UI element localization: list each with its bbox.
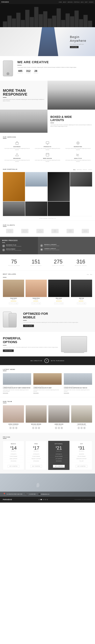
seller-2-wish[interactable]: ♡ <box>35 302 37 304</box>
sellers-prev[interactable]: Prev <box>87 274 89 275</box>
seller-1-cart[interactable]: + <box>9 302 11 304</box>
montage-bar <box>52 16 56 27</box>
options-cta-button[interactable]: READ MORE <box>3 350 14 352</box>
filter-design[interactable]: DESIGN <box>77 169 82 170</box>
linkedin-icon[interactable]: in <box>15 427 17 429</box>
services-title: OUR SERVICES <box>3 136 92 138</box>
seller-4-cart[interactable]: + <box>77 302 80 304</box>
boxed-section: BOXED & WIDE LAYOUTS Lorem ipsum dolor s… <box>0 110 95 133</box>
pricing-optional-cta[interactable]: GET STARTED <box>53 465 65 468</box>
hero-text: Begin Anywhere Your passion will guide y… <box>70 35 86 48</box>
portfolio-item-6[interactable] <box>25 202 47 216</box>
team-name-1: SARAH JOHNSON <box>3 424 24 425</box>
portfolio-item-7[interactable] <box>48 202 70 216</box>
nav-home[interactable]: HOME <box>59 2 62 2</box>
portfolio-item-1[interactable] <box>3 172 25 201</box>
portfolio-item-2[interactable] <box>25 172 47 186</box>
map-overlay: 📍 123 CREATIVE STREET, NEW YORK 📞 +1 234… <box>0 492 95 497</box>
facebook-icon[interactable]: f <box>12 427 14 429</box>
stat-clients-num: 312 <box>26 70 31 72</box>
process-step-1-text: BUSINESS PLAN Lorem ipsum dolor sit amet… <box>6 244 21 247</box>
seller-4-price: $95.00 <box>71 299 92 300</box>
seller-1-name: Casual Jacket <box>3 298 24 299</box>
nav-links: HOME ABOUT SERVICES PORTFOLIO BLOG SHOP … <box>59 2 94 2</box>
video-sublabel: WITH PARABOO <box>51 360 64 362</box>
hero-line2: Anywhere <box>70 39 86 43</box>
responsive-left: MORE THAN RESPONSIVE Lorem ipsum dolor s… <box>0 81 47 110</box>
clients-logos <box>3 229 92 233</box>
facebook-icon[interactable]: f <box>58 427 60 429</box>
portfolio-item-5[interactable] <box>3 202 25 216</box>
nav-blog[interactable]: BLOG <box>81 2 84 2</box>
svg-point-5 <box>78 142 78 144</box>
pricing-basic-price: $14 <box>4 446 23 450</box>
linkedin-icon[interactable]: in <box>83 427 86 429</box>
pricing-vip-price: $31 <box>72 446 91 450</box>
filter-all[interactable]: ALL <box>73 169 76 170</box>
counter-clients-label: HAPPY CLIENTS <box>30 265 42 266</box>
portfolio-item-3[interactable] <box>48 172 70 201</box>
twitter-icon[interactable]: t <box>32 427 34 429</box>
news-title-3: CONSECTETUR ADIPISCING ELIT SED DO <box>64 387 92 389</box>
play-button[interactable] <box>44 358 49 363</box>
pricing-vip-cta[interactable]: GET STARTED <box>76 465 88 468</box>
portfolio-item-4[interactable] <box>70 172 92 186</box>
linkedin-icon[interactable]: in <box>61 427 63 429</box>
development-icon <box>2 248 5 252</box>
filter-photo[interactable]: PHOTO <box>83 169 87 170</box>
hero-cta-button[interactable]: EXPLORE <box>70 46 79 48</box>
mobile-cta-button[interactable]: READ MORE <box>23 324 34 327</box>
page-dot-3[interactable] <box>43 499 44 500</box>
twitter-icon[interactable]: t <box>9 427 12 429</box>
counter-hours-label: WORKING HOURS <box>75 265 87 266</box>
options-text: POWERFUL OPTIONS Lorem ipsum dolor sit a… <box>3 336 58 352</box>
page-dot-1[interactable] <box>39 499 40 500</box>
seller-3-view[interactable]: ⊙ <box>61 302 63 304</box>
creative-stats: 485 PROJECTS 312 CLIENTS 28 AWARDS <box>17 70 92 74</box>
news-more-1[interactable]: READ MORE <box>3 392 31 394</box>
seller-3-wish[interactable]: ♡ <box>57 302 60 304</box>
twitter-icon[interactable]: t <box>78 427 80 429</box>
nav-shop[interactable]: SHOP <box>85 2 88 2</box>
counter-hours-num: 316 <box>75 259 87 265</box>
marketing-icon <box>76 141 80 145</box>
seller-2-name: Summer Dress <box>25 298 47 299</box>
twitter-icon[interactable]: t <box>55 427 57 429</box>
page-dot-4[interactable] <box>45 499 46 500</box>
products-icon <box>45 141 50 145</box>
nav-portfolio[interactable]: PORTFOLIO <box>74 2 80 2</box>
sellers-next[interactable]: Next <box>90 274 92 275</box>
montage-bar <box>25 10 29 27</box>
nav-about[interactable]: ABOUT <box>63 2 66 2</box>
facebook-icon[interactable]: f <box>81 427 83 429</box>
page-dot-5[interactable] <box>47 499 48 500</box>
page-dot-2[interactable] <box>41 499 42 500</box>
news-more-3[interactable]: READ MORE <box>64 392 92 394</box>
seller-1-view[interactable]: ⊙ <box>15 302 18 304</box>
nav-services[interactable]: SERVICES <box>68 2 73 2</box>
nav-contact[interactable]: CONTACT <box>89 2 94 2</box>
pricing-basic-cta[interactable]: GET STARTED <box>8 465 19 468</box>
seller-2-cart[interactable]: + <box>32 302 34 304</box>
process-steps-right: DESIGN & CONCEPT Lorem ipsum dolor sit a… <box>40 244 93 251</box>
seller-3-cart[interactable]: + <box>54 302 57 304</box>
pricing-divider <box>3 438 6 439</box>
facebook-icon[interactable]: f <box>35 427 37 429</box>
creative-title: WE ARE CREATIVE <box>17 60 92 64</box>
seller-4-view[interactable]: ⊙ <box>83 302 86 304</box>
seller-1-wish[interactable]: ♡ <box>12 302 15 304</box>
portfolio-view-more[interactable]: VIEW MORE PROJECTS <box>3 216 92 221</box>
process-dark: WORK PROCESS BUSINESS PLAN Lorem ipsum d… <box>0 237 38 254</box>
news-more-2[interactable]: READ MORE <box>33 392 62 394</box>
filter-video[interactable]: VIDEO <box>88 169 92 170</box>
montage-bar <box>30 17 34 27</box>
pricing-pro-cta[interactable]: GET STARTED <box>30 465 42 468</box>
stat-awards: 28 AWARDS <box>33 70 38 74</box>
linkedin-icon[interactable]: in <box>38 427 40 429</box>
seller-1-image <box>3 280 24 297</box>
options-divider <box>3 345 6 346</box>
portfolio-header: OUR PORTFOLIO ALL DESIGN PHOTO VIDEO <box>3 168 92 170</box>
seller-2-view[interactable]: ⊙ <box>38 302 41 304</box>
seller-4-wish[interactable]: ♡ <box>80 302 83 304</box>
mobile-phones <box>3 312 20 328</box>
